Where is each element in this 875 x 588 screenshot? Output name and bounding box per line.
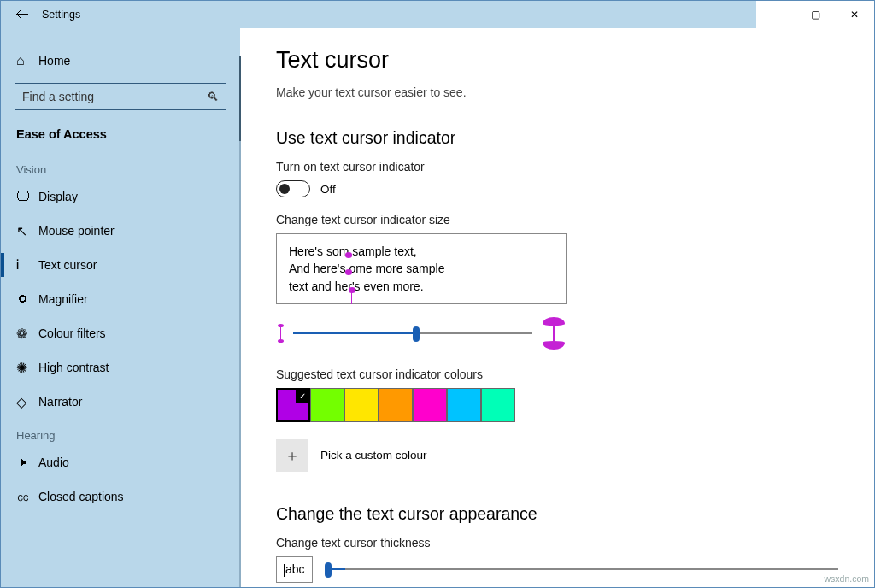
sidebar-item-colour-filters[interactable]: ❁Colour filters bbox=[1, 316, 240, 350]
main-content: Text cursor Make your text cursor easier… bbox=[240, 28, 874, 587]
minimize-button[interactable]: — bbox=[756, 1, 796, 28]
size-label: Change text cursor indicator size bbox=[276, 213, 838, 226]
watermark: wsxdn.com bbox=[824, 573, 869, 584]
search-input[interactable]: Find a setting 🔍︎ bbox=[15, 83, 226, 110]
home-icon: ⌂ bbox=[16, 53, 38, 68]
audio-icon: 🕨 bbox=[16, 455, 38, 470]
close-button[interactable]: ✕ bbox=[835, 1, 874, 28]
colour-filters-icon: ❁ bbox=[16, 326, 38, 342]
mouse-pointer-icon: ↖ bbox=[16, 223, 38, 239]
color-swatch-6[interactable] bbox=[481, 388, 515, 422]
sidebar: ⌂ Home Find a setting 🔍︎ Ease of Access … bbox=[1, 28, 240, 587]
magnifier-icon: ⭘ bbox=[16, 291, 38, 307]
sidebar-item-narrator[interactable]: ◇Narrator bbox=[1, 385, 240, 419]
titlebar: 🡠 Settings — ▢ ✕ bbox=[1, 1, 874, 28]
window-title: Settings bbox=[37, 9, 80, 21]
sidebar-category: Ease of Access bbox=[1, 122, 240, 153]
color-swatch-5[interactable] bbox=[447, 388, 481, 422]
group-vision: Vision bbox=[1, 153, 240, 179]
maximize-button[interactable]: ▢ bbox=[796, 1, 835, 28]
indicator-toggle[interactable] bbox=[276, 180, 310, 197]
color-swatch-2[interactable] bbox=[344, 388, 379, 422]
thickness-label: Change text cursor thickness bbox=[276, 536, 838, 550]
high-contrast-icon: ✺ bbox=[16, 360, 38, 376]
indicator-small-icon bbox=[276, 320, 285, 347]
color-swatches: ✓ bbox=[276, 388, 838, 422]
toggle-label: Turn on text cursor indicator bbox=[276, 160, 838, 173]
color-swatch-4[interactable] bbox=[413, 388, 447, 422]
indicator-large-icon bbox=[541, 315, 567, 352]
sidebar-item-high-contrast[interactable]: ✺High contrast bbox=[1, 350, 240, 385]
thickness-slider[interactable] bbox=[325, 568, 838, 570]
closed-captions-icon: ㏄ bbox=[16, 488, 38, 506]
sidebar-item-display[interactable]: 🖵Display bbox=[1, 179, 240, 214]
section-appearance: Change the text cursor appearance bbox=[276, 504, 838, 524]
section-indicator: Use text cursor indicator bbox=[276, 128, 838, 148]
home-nav[interactable]: ⌂ Home bbox=[1, 44, 240, 78]
sidebar-item-audio[interactable]: 🕨Audio bbox=[1, 445, 240, 479]
toggle-state: Off bbox=[320, 183, 336, 196]
home-label: Home bbox=[38, 54, 70, 68]
page-title: Text cursor bbox=[276, 47, 838, 74]
text-cursor-icon: Ꭵ bbox=[16, 257, 38, 273]
display-icon: 🖵 bbox=[16, 189, 38, 204]
group-hearing: Hearing bbox=[1, 419, 240, 445]
indicator-preview: Here's som sample text, And here's ome m… bbox=[276, 233, 567, 304]
thickness-preview: abc bbox=[276, 556, 313, 583]
search-placeholder: Find a setting bbox=[22, 90, 94, 103]
custom-color-button[interactable]: ＋ bbox=[276, 439, 308, 472]
sidebar-item-magnifier[interactable]: ⭘Magnifier bbox=[1, 282, 240, 316]
custom-color-label: Pick a custom colour bbox=[320, 449, 427, 462]
narrator-icon: ◇ bbox=[16, 394, 38, 410]
colors-label: Suggested text cursor indicator colours bbox=[276, 368, 838, 381]
color-swatch-3[interactable] bbox=[379, 388, 413, 422]
back-button[interactable]: 🡠 bbox=[8, 1, 37, 28]
color-swatch-0[interactable]: ✓ bbox=[276, 388, 310, 422]
indicator-size-slider[interactable] bbox=[293, 332, 532, 334]
color-swatch-1[interactable] bbox=[310, 388, 344, 422]
sidebar-item-closed-captions[interactable]: ㏄Closed captions bbox=[1, 479, 240, 514]
sidebar-item-text-cursor[interactable]: ᎥText cursor bbox=[1, 248, 240, 282]
sidebar-item-mouse-pointer[interactable]: ↖Mouse pointer bbox=[1, 214, 240, 248]
page-subtitle: Make your text cursor easier to see. bbox=[276, 85, 838, 99]
search-icon: 🔍︎ bbox=[207, 90, 219, 103]
